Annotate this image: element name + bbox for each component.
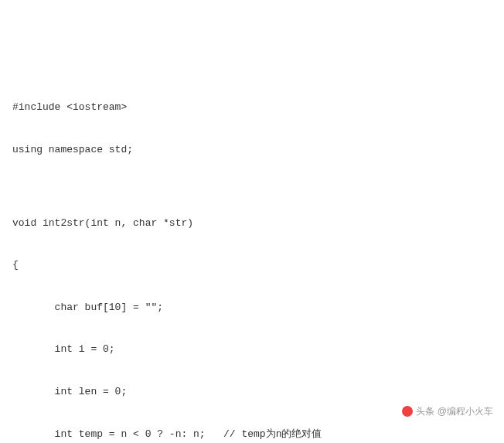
- watermark-handle: @编程小火车: [438, 402, 493, 421]
- blank-line: [12, 181, 492, 191]
- code-line: char buf[10] = "";: [12, 297, 492, 318]
- toutiao-icon: [402, 406, 413, 417]
- code-line: int len = 0;: [12, 381, 492, 402]
- watermark: 头条 @编程小火车: [402, 402, 493, 421]
- code-line: using namespace std;: [12, 139, 492, 160]
- code-line: int temp = n < 0 ? -n: n; // temp为n的绝对值: [12, 424, 492, 443]
- code-line: int i = 0;: [12, 339, 492, 360]
- code-line: void int2str(int n, char *str): [12, 213, 492, 233]
- code-line: {: [12, 254, 492, 275]
- code-line: #include <iostream>: [12, 97, 492, 118]
- watermark-prefix: 头条: [416, 402, 434, 421]
